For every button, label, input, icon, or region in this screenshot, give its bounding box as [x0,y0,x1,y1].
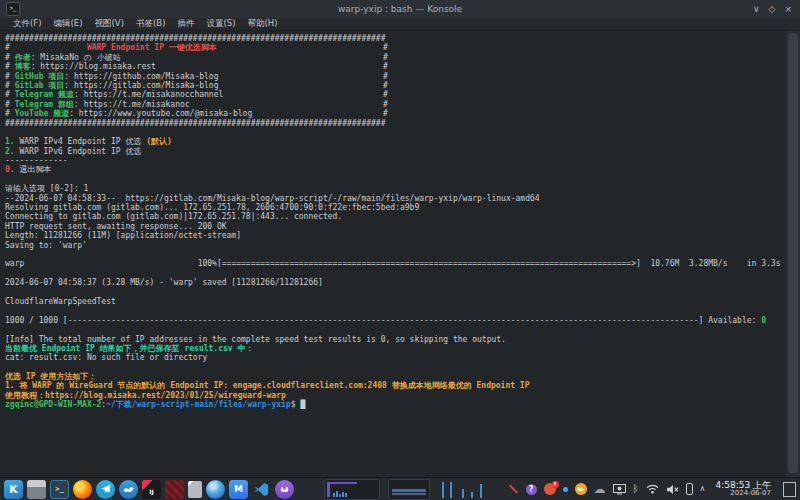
terminal-line: Saving to: 'warp' [5,241,786,250]
blue-sphere-app-icon[interactable] [206,480,225,499]
menu-item-6[interactable]: 帮助(H) [248,18,278,30]
clash-verge-icon[interactable]: ω [275,480,294,499]
terminal-line: 0. 退出脚本 [5,165,786,174]
clock[interactable]: 4:58:53 上午 2024-06-07 [715,481,771,498]
konsole-glyph: >_ [55,485,63,493]
help-icon[interactable]: ? [526,484,537,495]
terminal-line [5,269,786,278]
terminal-line: 请输入选项 [0-2]: 1 [5,184,786,193]
bluetooth-icon[interactable]: ᛒ [633,484,639,494]
terminal-line [5,325,786,334]
terminal-line: # 博客: https://blog.misaka.rest# [5,62,786,71]
box-border-hash: # [383,43,388,52]
terminal-line: # GitHub 项目: https://github.com/Misaka-b… [5,72,786,81]
box-border-hash: # [383,100,388,109]
box-border-hash: # [383,90,388,99]
terminal-line [5,175,786,184]
scrollbar-thumb[interactable] [788,33,798,473]
volume-muted-icon[interactable] [666,484,679,495]
menu-item-0[interactable]: 文件(F) [13,18,42,30]
menu-item-4[interactable]: 插件 [177,18,194,30]
terminal-line: 1000 / 1000 [---------------------------… [5,316,786,325]
terminal-line [5,128,786,137]
terminal-line: 2024-06-07 04:58:37 (3.28 MB/s) - 'warp'… [5,278,786,287]
terminal-scrollbar[interactable] [786,31,800,477]
taskbar: K >_ IJ M ω ? 1 ω ☁ ᛒ ∧ [0,477,800,500]
window-thumbnail[interactable] [388,479,430,500]
box-border-hash: # [383,81,388,90]
idea-glyph: IJ [149,488,153,495]
document-app-icon[interactable] [188,481,202,498]
paper-plane-icon [100,483,112,495]
terminal-line: 当前最优 Endpoint IP 结果如下，并已保存至 result.csv 中… [5,344,786,353]
terminal-line: ########################################… [5,34,786,43]
notification-badge: 1 [552,481,559,488]
window-thumbnail[interactable] [324,479,380,500]
thumbnail-graph [438,480,490,499]
menu-item-5[interactable]: 设置(S) [206,18,235,30]
vscode-glyph-icon [254,482,269,497]
terminal-line: # 作者: MisakaNo の 小破站# [5,53,786,62]
terminal-line: --2024-06-07 04:58:33-- https://gitlab.c… [5,194,786,203]
intellij-idea-icon[interactable]: IJ [142,480,161,499]
terminal-line: 1. 将 WARP 的 WireGuard 节点的默认的 Endpoint IP… [5,381,786,390]
menu-item-3[interactable]: 书签(B) [136,18,165,30]
konsole-taskbar-icon[interactable]: >_ [50,480,69,499]
question-glyph: ? [529,485,534,494]
expand-tray-caret-icon[interactable]: ∧ [700,485,706,493]
pen-icon[interactable] [508,484,517,493]
box-border-hash: # [383,72,388,81]
file-manager-icon[interactable] [27,480,46,499]
firefox-icon[interactable] [73,480,92,499]
terminal-line: zgqinc@GPD-WIN-MAX-2:~/下载/warp-script-ma… [5,400,786,409]
app-launcher-icon[interactable]: K [4,480,23,499]
thumbnail-graph [389,480,429,499]
wifi-icon[interactable] [646,484,659,494]
window-title: warp-yxip : bash — Konsole [0,4,800,14]
thumbnail-graph [325,480,379,499]
box-border-hash: # [383,53,388,62]
terminal-line: # GitLab 项目: https://gitlab.com/Misaka-b… [5,81,786,90]
cat-tray-icon[interactable]: ω [575,483,587,495]
terminal-line: cat: result.csv: No such file or directo… [5,353,786,362]
box-border-hash: # [383,109,388,118]
vscode-icon[interactable] [252,480,271,499]
menu-item-1[interactable]: 编辑(E) [54,18,83,30]
box-border-hash: # [383,62,388,71]
window-thumbnails [324,479,490,500]
status-dot-icon [563,487,568,492]
maximize-button[interactable]: ◇ [769,4,776,14]
menu-item-2[interactable]: 视图(V) [95,18,124,30]
terminal-line: CloudflareWarpSpeedTest [5,297,786,306]
terminal-line: # YouTube 频道: https://www.youtube.com/@m… [5,109,786,118]
terminal-line [5,288,786,297]
show-desktop-button[interactable] [783,482,796,497]
clock-date: 2024-06-07 [715,490,771,497]
screen-cast-icon[interactable] [613,484,626,495]
motrix-icon[interactable]: M [229,480,248,499]
title-bar: >_ warp-yxip : bash — Konsole ∨ ◇ × [0,0,800,19]
terminal-line: # Telegram 频道: https://t.me/misakanoccha… [5,90,786,99]
cloud-icon[interactable]: ☁ [594,483,606,495]
terminal-line: ########################################… [5,119,786,128]
telegram-icon[interactable] [96,480,115,499]
red-app-icon[interactable] [165,480,184,499]
kdeconnect-phone-icon[interactable] [686,483,693,495]
terminal-line: Connecting to gitlab.com (gitlab.com)|17… [5,212,786,221]
terminal-line: # WARP Endpoint IP 一键优选脚本# [5,43,786,52]
terminal-output[interactable]: ########################################… [0,31,786,477]
launcher-glyph: K [9,483,18,496]
notification-app-icon[interactable]: 1 [544,483,556,495]
terminal-line: ------------- [5,156,786,165]
cat-face-glyph: ω [281,484,289,494]
terminal-line: [Info] The total number of IP addresses … [5,335,786,344]
terminal-line: 使用教程：https://blog.misaka.rest/2023/01/25… [5,391,786,400]
close-button[interactable]: × [784,4,792,14]
bird-app-icon[interactable] [119,480,138,499]
window-thumbnail[interactable] [438,480,490,499]
terminal-line: 1. WARP IPv4 Endpoint IP 优选 (默认) [5,137,786,146]
bird-icon [122,483,135,496]
terminal-line: # Telegram 群组: https://t.me/misakanoc# [5,100,786,109]
minimize-button[interactable]: ∨ [753,4,760,14]
terminal-line: HTTP request sent, awaiting response... … [5,222,786,231]
